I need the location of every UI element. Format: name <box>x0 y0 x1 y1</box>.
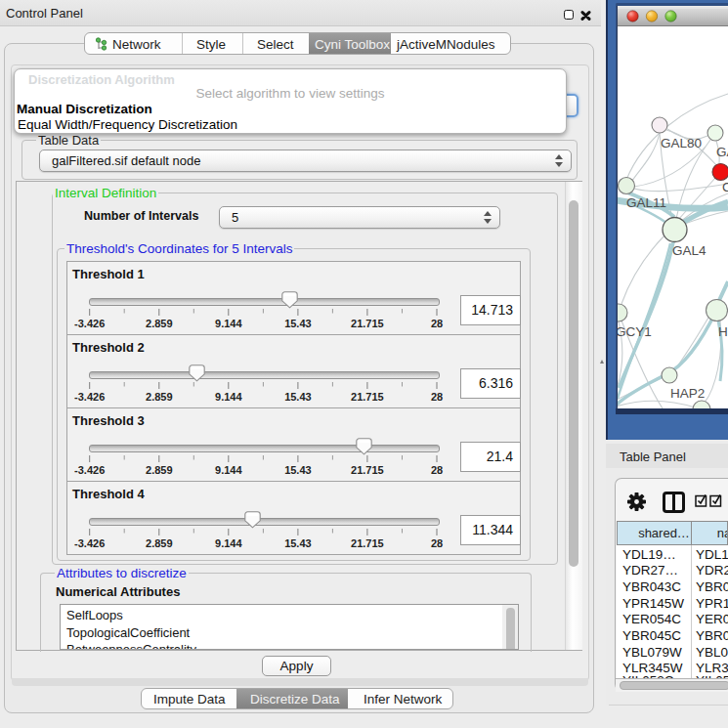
svg-text:H: H <box>718 324 728 339</box>
svg-text:GAL4: GAL4 <box>672 243 707 258</box>
svg-text:GAL80: GAL80 <box>661 136 702 150</box>
svg-text:GCY1: GCY1 <box>616 324 652 339</box>
svg-text:GAL11: GAL11 <box>626 195 666 210</box>
svg-text:GA: GA <box>716 145 728 159</box>
svg-text:C: C <box>722 180 728 194</box>
svg-text:HAP2: HAP2 <box>670 386 705 401</box>
